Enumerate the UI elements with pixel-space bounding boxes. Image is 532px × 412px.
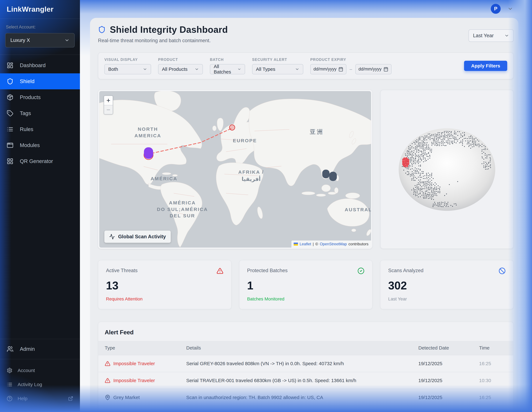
date-range-separator: – xyxy=(350,67,352,72)
list-icon xyxy=(7,382,12,387)
sidebar-item-account[interactable]: Account xyxy=(7,363,73,377)
openstreetmap-link[interactable]: OpenStreetMap xyxy=(320,242,347,246)
sidebar-item-activity-log[interactable]: Activity Log xyxy=(7,377,73,392)
calendar-icon[interactable] xyxy=(383,67,388,72)
stat-label: Protected Batches xyxy=(247,268,365,273)
chevron-down-icon xyxy=(504,33,509,38)
chevron-down-icon[interactable] xyxy=(507,6,513,12)
table-row[interactable]: Impossible Traveler Serial TRAVELER-001 … xyxy=(98,372,513,389)
sidebar: LinkWrangler Select Account: Luxury X Da… xyxy=(0,0,80,412)
users-icon xyxy=(7,346,13,352)
content-panel: Shield Integrity Dashboard Real-time thr… xyxy=(90,18,518,412)
filter-batch: BATCH All Batches xyxy=(210,57,245,74)
world-map[interactable]: NORTHAMERICA EUROPE 亚洲 AFRIKA /أفريقيا A… xyxy=(98,90,372,249)
calendar-icon[interactable] xyxy=(338,67,343,72)
gear-icon xyxy=(7,368,12,373)
apply-filters-button[interactable]: Apply Filters xyxy=(464,61,507,71)
sidebar-item-dashboard[interactable]: Dashboard xyxy=(0,57,80,73)
alert-date: 19/12/2025 xyxy=(418,361,479,366)
zoom-out-button[interactable]: − xyxy=(104,105,113,114)
sidebar-item-label: Products xyxy=(20,94,41,100)
filter-bar: VISUAL DISPLAY Both PRODUCT All Products… xyxy=(98,52,514,79)
map-marker-vn[interactable] xyxy=(329,172,337,181)
attribution-contributors: contributors xyxy=(349,242,369,246)
attribution-copyright: © xyxy=(315,242,318,246)
sidebar-item-products[interactable]: Products xyxy=(0,89,80,105)
map-marker-us[interactable] xyxy=(144,147,153,159)
visual-display-select[interactable]: Both xyxy=(104,64,151,74)
stat-sub: Requires Attention xyxy=(106,296,223,301)
select-value: Both xyxy=(108,66,118,72)
filter-product-expiry: PRODUCT EXPIRY dd/mm/yyyy – dd/mm/yyyy xyxy=(310,57,391,74)
qr-grid-icon xyxy=(7,158,13,165)
map-marker-th[interactable] xyxy=(322,169,330,178)
sidebar-item-qr-generator[interactable]: QR Generator xyxy=(0,153,80,169)
shield-icon xyxy=(7,78,13,85)
ukraine-flag-icon xyxy=(294,243,298,246)
expiry-date-to-input[interactable]: dd/mm/yyyy xyxy=(355,64,391,74)
avatar[interactable]: P xyxy=(491,4,501,14)
sidebar-item-label: QR Generator xyxy=(20,158,53,164)
product-select[interactable]: All Products xyxy=(158,64,203,74)
sidebar-spacer xyxy=(0,169,80,339)
filter-label: VISUAL DISPLAY xyxy=(104,57,151,62)
sidebar-item-tags[interactable]: Tags xyxy=(0,105,80,121)
leaflet-link[interactable]: Leaflet xyxy=(300,242,311,246)
sidebar-item-admin[interactable]: Admin xyxy=(0,339,80,359)
select-value: All Products xyxy=(162,66,188,72)
sidebar-nav: Dashboard Shield Products Tags Rules Mod… xyxy=(0,55,80,169)
chevron-down-icon xyxy=(64,38,69,43)
package-icon xyxy=(7,94,13,101)
sidebar-item-label: Dashboard xyxy=(20,62,46,68)
warning-triangle-icon xyxy=(217,267,223,274)
alert-feed-title: Alert Feed xyxy=(98,322,513,341)
page-header: Shield Integrity Dashboard Real-time thr… xyxy=(98,24,514,44)
filter-product: PRODUCT All Products xyxy=(158,57,203,74)
badge-label: Global Scan Activity xyxy=(118,234,166,240)
expiry-date-from-input[interactable]: dd/mm/yyyy xyxy=(310,64,346,74)
batch-select[interactable]: All Batches xyxy=(210,64,245,74)
map-pin-icon xyxy=(105,394,110,400)
map-marker-gb[interactable] xyxy=(229,125,235,130)
zoom-in-button[interactable]: + xyxy=(104,96,113,105)
sidebar-item-shield[interactable]: Shield xyxy=(0,73,80,89)
period-select[interactable]: Last Year xyxy=(468,29,514,42)
date-placeholder: dd/mm/yyyy xyxy=(359,67,381,72)
stat-card-scans-analyzed: Scans Analyzed 302 Last Year xyxy=(380,260,514,309)
table-row[interactable]: Impossible Traveler Serial GREY-8026 tra… xyxy=(98,355,513,372)
external-link-icon xyxy=(68,396,73,401)
sidebar-item-label: Admin xyxy=(20,346,35,352)
main-area: P Shield Integrity Dashboard Real-time t… xyxy=(80,0,532,412)
sidebar-footer: Account Activity Log Help xyxy=(0,359,80,412)
globe-visualization[interactable] xyxy=(380,90,514,249)
sidebar-item-label: Shield xyxy=(20,78,35,84)
visualization-row: NORTHAMERICA EUROPE 亚洲 AFRIKA /أفريقيا A… xyxy=(98,90,514,249)
alert-time: 10:30 xyxy=(479,378,507,383)
alert-feed: Alert Feed Type Details Detected Date Ti… xyxy=(98,322,514,412)
sidebar-item-rules[interactable]: Rules xyxy=(0,121,80,137)
select-value: All Batches xyxy=(214,64,234,75)
help-circle-icon xyxy=(7,396,12,402)
sidebar-item-label: Modules xyxy=(20,142,40,148)
app-window-icon xyxy=(7,142,13,149)
chevron-down-icon xyxy=(143,67,147,71)
column-time: Time xyxy=(479,345,507,351)
page-subtitle: Real-time threat monitoring and batch co… xyxy=(98,38,228,44)
security-alert-select[interactable]: All Types xyxy=(252,64,303,74)
sidebar-item-help[interactable]: Help xyxy=(7,392,73,406)
filter-label: PRODUCT EXPIRY xyxy=(310,57,391,62)
filter-security-alert: SECURITY ALERT All Types xyxy=(252,57,303,74)
table-row[interactable]: Grey Market Scan in unauthorized region:… xyxy=(98,406,513,412)
account-select[interactable]: Luxury X xyxy=(5,33,75,47)
alert-time: 16:25 xyxy=(479,361,507,366)
map-attribution: Leaflet | © OpenStreetMap contributors xyxy=(291,241,371,248)
table-row[interactable]: Grey Market Scan in unauthorized region:… xyxy=(98,389,513,406)
sidebar-item-modules[interactable]: Modules xyxy=(0,137,80,153)
app-logo: LinkWrangler xyxy=(7,5,54,13)
alert-details: Scan in unauthorized region: TH. Batch 9… xyxy=(186,395,418,400)
globe-svg xyxy=(381,90,513,249)
alert-date: 19/12/2025 xyxy=(418,378,479,383)
select-value: All Types xyxy=(256,66,275,72)
alert-time: 16:25 xyxy=(479,395,507,400)
shield-icon xyxy=(98,26,106,33)
